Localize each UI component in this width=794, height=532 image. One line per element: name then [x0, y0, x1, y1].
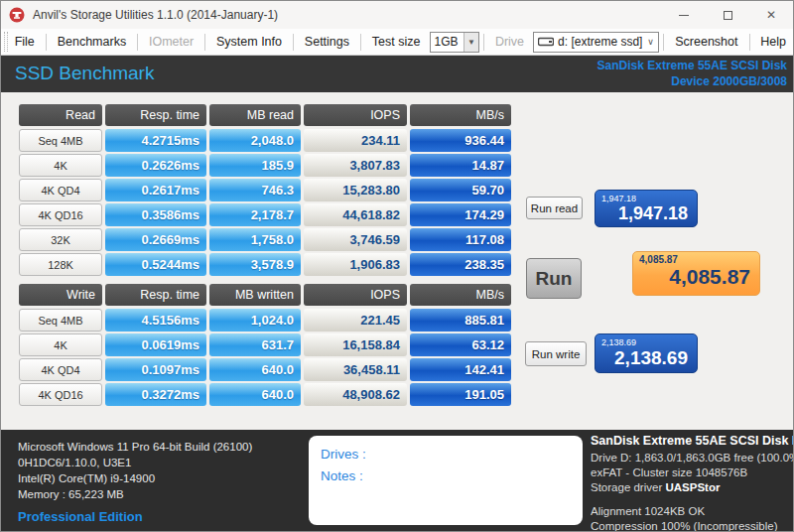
mb-written-cell: 1,024.0	[209, 309, 301, 332]
drive-alignment: Alignment 1024KB OK	[591, 504, 794, 519]
table-row: Seq 4MB 4.2715ms 2,048.0 234.11 936.44	[19, 129, 511, 152]
menu-screenshot[interactable]: Screenshot	[669, 35, 743, 49]
test-label-button[interactable]: 4K QD4	[19, 358, 102, 381]
resp-time-cell: 0.2626ms	[105, 154, 206, 177]
test-label-button[interactable]: 4K	[19, 154, 102, 177]
iops-cell: 36,458.11	[304, 358, 407, 381]
minimize-button[interactable]	[662, 1, 706, 29]
menu-separator	[663, 34, 664, 51]
write-score-box: 2,138.69 2,138.69	[595, 333, 698, 373]
table-row: 4K 0.2626ms 185.9 3,807.83 14.87	[19, 154, 511, 177]
device-summary: SanDisk Extreme 55AE SCSI Disk Device 20…	[597, 58, 787, 89]
drive-icon	[538, 36, 554, 48]
run-button[interactable]: Run	[526, 258, 582, 299]
iops-cell: 234.11	[304, 129, 407, 152]
test-label-button[interactable]: 128K	[19, 253, 102, 276]
test-label-button[interactable]: 4K QD4	[19, 179, 102, 201]
column-header: Resp. time	[105, 104, 206, 126]
table-row: Seq 4MB 4.5156ms 1,024.0 221.45 885.81	[19, 309, 511, 332]
drive-value: d: [extreme ssd]	[554, 35, 642, 49]
mbs-cell: 63.12	[410, 333, 511, 356]
drive-driver: Storage driver UASPStor	[591, 480, 794, 495]
drives-label: Drives :	[321, 444, 571, 466]
resp-time-cell: 4.2715ms	[105, 129, 206, 152]
test-label-button[interactable]: Seq 4MB	[19, 309, 102, 332]
column-header: Write	[19, 284, 102, 306]
drive-info-block: SanDisk Extreme 55AE SCSI Disk Device Dr…	[591, 434, 794, 532]
menu-separator	[46, 34, 47, 51]
test-size-select[interactable]: 1GB ▼	[430, 32, 480, 53]
mb-written-cell: 640.0	[209, 358, 301, 381]
menu-benchmarks[interactable]: Benchmarks	[52, 35, 132, 49]
total-score-value: 4,085.87	[633, 265, 759, 289]
mb-read-cell: 3,578.9	[209, 253, 301, 276]
window-controls: ✕	[662, 1, 793, 29]
test-label-button[interactable]: 4K QD16	[19, 383, 102, 406]
test-size-label: Test size	[366, 35, 427, 49]
total-score-peak: 4,085.87	[633, 252, 759, 265]
memory-info: Memory : 65,223 MB	[18, 486, 252, 502]
menu-help[interactable]: Help	[754, 35, 792, 49]
run-read-button[interactable]: Run read	[526, 197, 583, 219]
iops-cell: 44,618.82	[304, 203, 407, 226]
table-row: 32K 0.2669ms 1,758.0 3,746.59 117.08	[19, 228, 511, 251]
resp-time-cell: 0.3586ms	[105, 203, 206, 226]
menu-separator	[137, 34, 138, 51]
chevron-down-icon[interactable]: ▼	[463, 33, 478, 52]
mbs-cell: 191.05	[410, 383, 511, 406]
menu-settings[interactable]: Settings	[299, 35, 355, 49]
menu-iometer: IOmeter	[143, 35, 199, 49]
write-benchmark-table: Write Resp. time MB written IOPS MB/s Se…	[19, 284, 511, 408]
resp-time-cell: 0.1097ms	[105, 358, 206, 381]
test-label-button[interactable]: 4K QD16	[19, 203, 102, 226]
close-button[interactable]: ✕	[749, 1, 793, 29]
resp-time-cell: 0.0619ms	[105, 333, 206, 356]
menu-separator	[749, 34, 750, 51]
menu-file[interactable]: File	[9, 35, 41, 49]
mbs-cell: 174.29	[410, 203, 511, 226]
device-capacity: Device 2000GB/3008	[597, 73, 787, 89]
test-label-button[interactable]: 32K	[19, 228, 102, 251]
iops-cell: 221.45	[304, 309, 407, 332]
iops-cell: 3,807.83	[304, 154, 407, 177]
menu-bar: File Benchmarks IOmeter System Info Sett…	[1, 29, 793, 56]
section-header: SSD Benchmark SanDisk Extreme 55AE SCSI …	[1, 56, 793, 92]
app-window: Anvil's Storage Utilities 1.1.0 (2014-Ja…	[0, 0, 794, 532]
test-label-button[interactable]: Seq 4MB	[19, 129, 102, 152]
mb-written-cell: 640.0	[209, 383, 301, 406]
menu-separator	[204, 34, 205, 51]
system-info-block: Microsoft Windows 11 Pro 64-bit Build (2…	[18, 439, 252, 525]
board-info: 0H1DC6/1.10.0, U3E1	[18, 455, 252, 470]
status-panel: Microsoft Windows 11 Pro 64-bit Build (2…	[1, 430, 793, 532]
run-write-button[interactable]: Run write	[525, 341, 587, 366]
total-score-box: 4,085.87 4,085.87	[632, 251, 760, 296]
mbs-cell: 936.44	[410, 129, 511, 152]
device-name: SanDisk Extreme 55AE SCSI Disk	[597, 58, 787, 73]
table-row: 4K QD16 0.3586ms 2,178.7 44,618.82 174.2…	[19, 203, 511, 226]
notes-box[interactable]: Drives : Notes :	[309, 436, 583, 525]
mbs-cell: 238.35	[410, 253, 511, 276]
menu-separator	[360, 34, 361, 51]
driver-value: UASPStor	[665, 481, 720, 493]
app-anvil-icon	[9, 7, 25, 23]
mb-read-cell: 2,048.0	[209, 129, 301, 152]
test-label-button[interactable]: 4K	[19, 333, 102, 356]
chevron-down-icon[interactable]: ∨	[642, 37, 658, 47]
mbs-cell: 14.87	[410, 154, 511, 177]
mb-read-cell: 2,178.7	[209, 203, 301, 226]
mbs-cell: 117.08	[410, 228, 511, 251]
resp-time-cell: 0.5244ms	[105, 253, 206, 276]
menu-system-info[interactable]: System Info	[210, 35, 288, 49]
column-header: IOPS	[304, 284, 407, 306]
drive-select[interactable]: d: [extreme ssd] ∨	[533, 32, 659, 53]
test-size-value: 1GB	[431, 35, 464, 49]
cpu-info: Intel(R) Core(TM) i9-14900	[18, 470, 252, 486]
iops-cell: 48,908.62	[304, 383, 407, 406]
mbs-cell: 59.70	[410, 179, 511, 201]
iops-cell: 3,746.59	[304, 228, 407, 251]
mb-written-cell: 631.7	[209, 333, 301, 356]
drive-filesystem: exFAT - Cluster size 1048576B	[591, 466, 794, 480]
maximize-button[interactable]	[706, 1, 749, 29]
mbs-cell: 885.81	[410, 309, 511, 332]
toolbar-grip-icon	[4, 32, 8, 52]
